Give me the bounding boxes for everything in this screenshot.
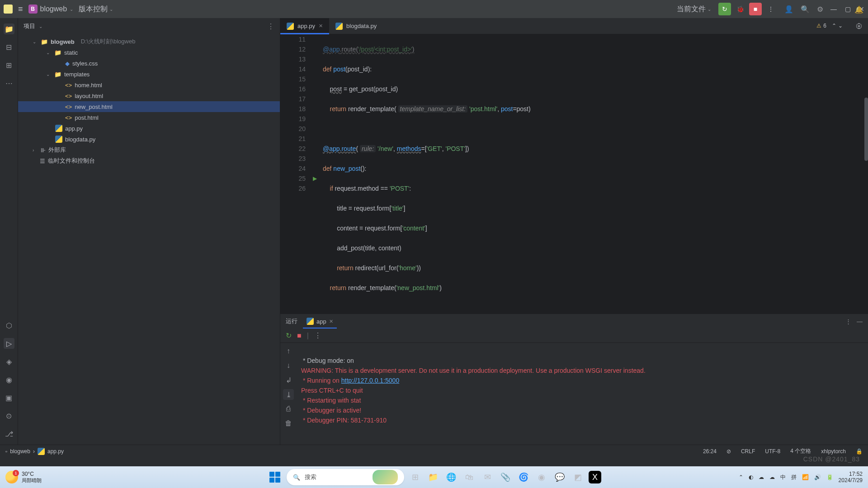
run-panel-title: 运行 [286, 317, 297, 325]
more-tool-icon[interactable]: ⋯ [4, 78, 14, 89]
lock-icon[interactable]: 🔒 [856, 448, 863, 455]
weather-widget[interactable]: 30°C局部晴朗 [5, 471, 42, 484]
edge-icon[interactable]: 🌐 [444, 470, 458, 484]
chrome-icon[interactable]: ◉ [534, 470, 549, 484]
scroll-to-end-icon[interactable]: ⤓ [283, 389, 294, 400]
run-line-icon[interactable]: ▶ [313, 174, 317, 183]
explorer-icon[interactable]: 📁 [426, 470, 440, 484]
run-config-selector[interactable]: 当前文件 ⌄ [677, 5, 711, 14]
structure-tool-icon[interactable]: ⊞ [4, 60, 14, 70]
tree-folder-static[interactable]: ⌄📁static [18, 47, 280, 58]
down-icon[interactable]: ↓ [283, 360, 294, 371]
tab-blogdata-py[interactable]: blogdata.py [329, 18, 383, 34]
pycharm-icon[interactable]: ◩ [571, 470, 585, 484]
tree-file-layout[interactable]: <>layout.html [18, 90, 280, 101]
tree-file-blogdata-py[interactable]: blogdata.py [18, 134, 280, 145]
notifications-icon[interactable]: 🔔 [854, 5, 863, 14]
code-content[interactable]: @app.route('/post/<int:post_id>') def po… [312, 34, 868, 314]
tree-external-libs[interactable]: ›⊪外部库 [18, 145, 280, 155]
readonly-icon[interactable]: ⊘ [726, 448, 731, 455]
tray-ime-lang[interactable]: 中 [780, 474, 786, 481]
tree-scratches[interactable]: ☰临时文件和控制台 [18, 155, 280, 166]
print-icon[interactable]: ⎙ [283, 404, 294, 414]
trash-icon[interactable]: 🗑 [283, 418, 294, 429]
tray-battery-icon[interactable]: 🔋 [826, 474, 833, 480]
tree-file-app-py[interactable]: app.py [18, 123, 280, 134]
x-app-icon[interactable]: X [589, 471, 601, 483]
tray-volume-icon[interactable]: 🔊 [814, 474, 821, 480]
project-tool-icon[interactable]: 📁 [4, 23, 14, 34]
server-url-link[interactable]: http://127.0.0.1:5000 [341, 377, 399, 384]
tree-file-newpost[interactable]: <>new_post.html [18, 101, 280, 112]
indent-setting[interactable]: 4 个空格 [790, 447, 811, 455]
more-run-options[interactable]: ⋮ [764, 3, 777, 15]
clip-icon[interactable]: 📎 [498, 470, 513, 484]
main-area: 📁 ⊟ ⊞ ⋯ ⬡ ▷ ◈ ◉ ▣ ⊙ ⎇ 项目 ⌄ ⋮ ⌄📁blogwebD:… [0, 18, 868, 445]
inspection-widget[interactable]: ⚠ 6 ⌃ ⌄ [816, 23, 843, 29]
stop-icon[interactable]: ■ [297, 332, 302, 340]
python-interpreter[interactable]: xhlpytorch [821, 448, 846, 455]
tree-file-css[interactable]: ◆styles.css [18, 58, 280, 69]
close-icon[interactable]: ✕ [319, 23, 323, 29]
wechat-icon[interactable]: 💬 [552, 470, 567, 484]
search-everywhere-icon[interactable]: 🔍 [801, 5, 810, 14]
run-tab-app[interactable]: app✕ [303, 314, 337, 328]
debug-button[interactable]: 🐞 [734, 3, 746, 15]
commit-tool-icon[interactable]: ⊟ [4, 42, 14, 52]
rerun-icon[interactable]: ↻ [286, 331, 292, 340]
settings-icon[interactable]: ⚙ [817, 5, 823, 14]
hide-panel-icon[interactable]: — [857, 318, 863, 325]
breadcrumb-file[interactable]: app.py [47, 448, 64, 455]
tray-wifi-icon[interactable]: 📶 [802, 474, 809, 480]
vcs-menu[interactable]: 版本控制 ⌄ [79, 5, 113, 14]
tray-chevron-icon[interactable]: ⌃ [739, 474, 743, 480]
soft-wrap-icon[interactable]: ↲ [283, 375, 294, 385]
close-icon[interactable]: ✕ [329, 319, 333, 324]
tab-app-py[interactable]: app.py✕ [280, 18, 329, 34]
cursor-position[interactable]: 26:24 [703, 448, 717, 455]
task-view-icon[interactable]: ⊞ [408, 470, 422, 484]
code-editor[interactable]: 11121314151617181920212223242526 ▶ @app.… [280, 34, 868, 314]
app-logo-icon [4, 5, 13, 14]
tree-root[interactable]: ⌄📁blogwebD:\火线时刻\blogweb [18, 36, 280, 47]
run-more-icon[interactable]: ⋮ [845, 318, 851, 325]
terminal-tool-icon[interactable]: ▣ [4, 392, 14, 403]
store-icon[interactable]: 🛍 [462, 470, 476, 484]
file-encoding[interactable]: UTF-8 [765, 448, 780, 455]
mail-icon[interactable]: ✉ [480, 470, 495, 484]
sidebar-more-icon[interactable]: ⋮ [267, 22, 274, 31]
taskbar-clock[interactable]: 17:522024/7/29 [839, 471, 863, 484]
tree-folder-templates[interactable]: ⌄📁templates [18, 69, 280, 80]
tray-weather-icon[interactable]: ☁ [769, 474, 775, 480]
vcs-tool-icon[interactable]: ⎇ [4, 428, 14, 439]
ai-assistant-icon[interactable]: ◎ [856, 21, 862, 30]
line-separator[interactable]: CRLF [741, 448, 755, 455]
tray-ime-mode[interactable]: 拼 [791, 474, 797, 481]
chevron-down-icon[interactable]: ⌄ [838, 23, 843, 29]
browser-icon[interactable]: 🌀 [516, 470, 531, 484]
stop-button[interactable]: ■ [749, 3, 762, 15]
run-button[interactable]: ↻ [718, 3, 731, 15]
tree-file-home[interactable]: <>home.html [18, 80, 280, 90]
up-icon[interactable]: ↑ [283, 346, 294, 357]
console-output[interactable]: * Debug mode: on WARNING: This is a deve… [297, 343, 868, 445]
breadcrumb-project[interactable]: blogweb [10, 448, 30, 455]
code-with-me-icon[interactable]: 👤 [784, 5, 793, 14]
main-menu-icon[interactable]: ≡ [18, 5, 23, 14]
python-console-icon[interactable]: ⬡ [4, 320, 14, 331]
chevron-down-icon[interactable]: ⌄ [39, 24, 42, 29]
tray-onedrive-icon[interactable]: ☁ [759, 474, 764, 480]
run-tool-icon[interactable]: ▷ [4, 338, 14, 349]
tray-copilot-icon[interactable]: ◐ [749, 474, 753, 480]
start-button[interactable] [267, 469, 283, 485]
tree-file-post[interactable]: <>post.html [18, 112, 280, 123]
vcs-menu-label: 版本控制 [79, 5, 108, 14]
chevron-up-icon[interactable]: ⌃ [832, 23, 836, 29]
problems-tool-icon[interactable]: ⊙ [4, 410, 14, 421]
debug-tool-icon[interactable]: ◉ [4, 374, 14, 385]
services-tool-icon[interactable]: ◈ [4, 356, 14, 367]
project-selector[interactable]: B blogweb ⌄ [28, 5, 74, 14]
minimize-button[interactable]: — [830, 5, 837, 13]
run-more-icon[interactable]: ⋮ [314, 331, 321, 340]
taskbar-search[interactable]: 🔍 搜索 [287, 469, 404, 485]
